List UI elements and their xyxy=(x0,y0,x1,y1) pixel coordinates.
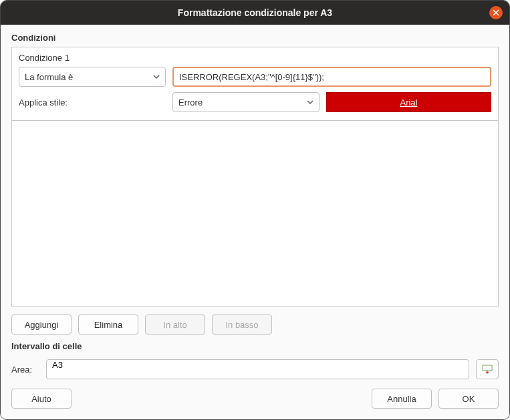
cancel-button[interactable]: Annulla xyxy=(372,389,432,409)
formula-input[interactable] xyxy=(179,72,485,82)
help-button[interactable]: Aiuto xyxy=(11,389,72,409)
close-icon xyxy=(493,9,499,16)
add-button[interactable]: Aggiungi xyxy=(11,314,72,335)
conditions-list: Condizione 1 La formula è Applica stile: xyxy=(11,47,499,306)
conditions-empty-area xyxy=(12,121,498,306)
svg-rect-2 xyxy=(483,365,492,371)
range-row: Area: xyxy=(11,359,499,379)
footer-row: Aiuto Annulla OK xyxy=(11,389,499,409)
style-preview-text: Arial xyxy=(400,97,417,108)
condition-title: Condizione 1 xyxy=(19,53,491,63)
range-input-wrap[interactable] xyxy=(46,359,469,379)
condition-type-combo[interactable]: La formula è xyxy=(19,67,166,87)
delete-button[interactable]: Elimina xyxy=(78,314,138,335)
ok-button[interactable]: OK xyxy=(438,389,499,409)
dialog-window: Formattazione condizionale per A3 Condiz… xyxy=(0,0,510,420)
style-combo-value: Errore xyxy=(178,97,203,108)
move-down-button[interactable]: In basso xyxy=(212,314,272,335)
window-title: Formattazione condizionale per A3 xyxy=(178,7,332,18)
condition-type-value: La formula è xyxy=(25,72,73,82)
dialog-content: Condizioni Condizione 1 La formula è xyxy=(1,25,509,419)
footer-right: Annulla OK xyxy=(372,389,499,409)
shrink-range-button[interactable] xyxy=(476,359,499,379)
formula-input-wrap[interactable] xyxy=(172,67,491,87)
condition-buttons-row: Aggiungi Elimina In alto In basso xyxy=(11,310,499,341)
style-preview: Arial xyxy=(326,92,491,112)
move-up-button[interactable]: In alto xyxy=(145,314,205,335)
range-input[interactable] xyxy=(52,360,463,370)
apply-style-label: Applica stile: xyxy=(19,97,166,108)
range-header: Intervallo di celle xyxy=(11,341,499,351)
range-label: Area: xyxy=(11,365,39,375)
condition-panel[interactable]: Condizione 1 La formula è Applica stile: xyxy=(12,47,498,121)
conditions-header: Condizioni xyxy=(11,33,499,43)
close-button[interactable] xyxy=(489,6,503,19)
style-combo[interactable]: Errore xyxy=(172,92,320,112)
shrink-icon xyxy=(482,365,493,374)
condition-row-1: La formula è xyxy=(19,67,491,87)
chevron-down-icon xyxy=(153,73,160,80)
titlebar: Formattazione condizionale per A3 xyxy=(1,1,509,25)
chevron-down-icon xyxy=(307,99,313,106)
condition-row-2: Applica stile: Errore Arial xyxy=(19,92,491,112)
